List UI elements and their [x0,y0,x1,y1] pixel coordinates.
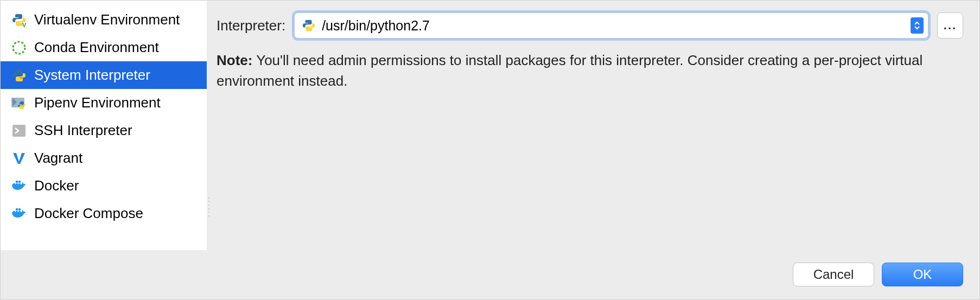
sidebar: V Virtualenv Environment Conda Environme… [1,1,207,250]
cancel-button-label: Cancel [813,267,854,282]
sidebar-item-label: Vagrant [34,150,82,167]
more-button[interactable]: ... [937,12,963,39]
ssh-icon [10,123,28,138]
note-text: Note: You'll need admin permissions to i… [217,50,963,91]
sidebar-item-docker-compose[interactable]: Docker Compose [1,200,207,227]
button-row: Cancel OK [793,263,963,286]
svg-rect-12 [16,208,18,210]
ok-button-label: OK [913,267,932,282]
interpreter-dropdown[interactable]: /usr/bin/python2.7 [294,12,928,39]
sidebar-item-label: Docker Compose [34,205,143,222]
vagrant-icon [10,151,28,166]
main-panel: Interpreter: /usr/bin/python2.7 ... Note… [211,1,979,299]
python-venv-icon: V [10,12,28,28]
sidebar-item-label: Docker [34,177,79,194]
sidebar-item-virtualenv[interactable]: V Virtualenv Environment [1,6,207,34]
sidebar-item-ssh[interactable]: SSH Interpreter [1,117,207,144]
pipenv-icon [10,95,28,111]
sidebar-item-label: System Interpreter [34,67,150,84]
interpreter-label: Interpreter: [217,17,285,34]
note-label: Note: [217,52,252,68]
sidebar-item-label: Virtualenv Environment [34,11,180,28]
docker-icon [10,178,28,194]
sidebar-item-system-interpreter[interactable]: System Interpreter [1,61,207,89]
sidebar-item-label: Conda Environment [34,39,159,56]
sidebar-item-pipenv[interactable]: Pipenv Environment [1,89,207,117]
python-icon [10,68,28,83]
docker-compose-icon [10,206,28,221]
cancel-button[interactable]: Cancel [793,263,874,286]
svg-rect-13 [18,208,21,210]
svg-rect-8 [18,181,21,183]
sidebar-item-docker[interactable]: Docker [1,172,207,200]
sidebar-item-label: SSH Interpreter [34,122,132,139]
sidebar-item-label: Pipenv Environment [34,94,161,111]
svg-rect-7 [16,181,18,183]
conda-icon [10,40,28,55]
more-button-label: ... [944,18,957,33]
note-body: You'll need admin permissions to install… [217,52,922,89]
ok-button[interactable]: OK [882,263,963,286]
svg-point-1 [13,42,25,54]
sidebar-item-vagrant[interactable]: Vagrant [1,144,207,172]
interpreter-value: /usr/bin/python2.7 [322,18,430,34]
dropdown-arrows-icon [911,17,924,34]
svg-text:V: V [22,22,27,27]
drag-handle[interactable] [207,114,211,299]
python-icon [301,19,316,32]
sidebar-item-conda[interactable]: Conda Environment [1,34,207,61]
